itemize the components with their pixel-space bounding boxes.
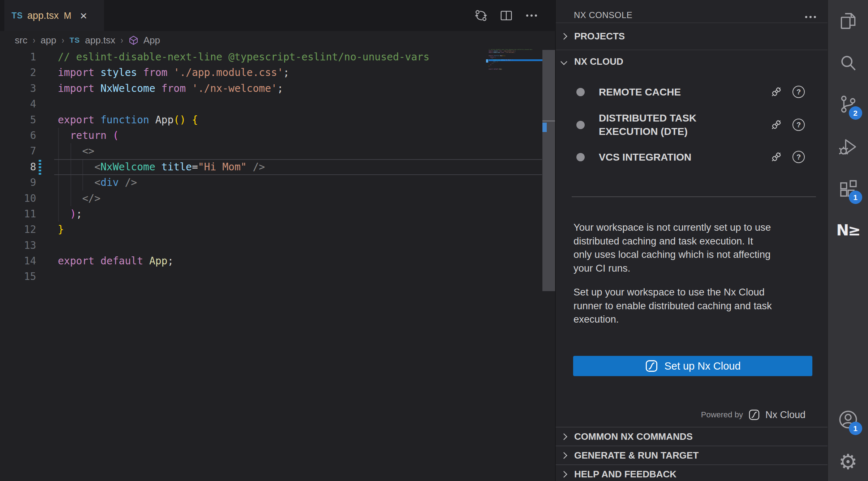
breadcrumb-separator-icon: › [33, 35, 35, 46]
nx-console-icon[interactable]: N≥ [835, 217, 861, 243]
scrollbar-divider [542, 120, 555, 122]
source-control-icon[interactable]: 2 [835, 91, 861, 117]
tab-bar: TS app.tsx M × [0, 0, 555, 31]
breadcrumb-src[interactable]: src [15, 35, 27, 46]
help-question-icon[interactable]: ? [792, 151, 805, 163]
line-number: 9 [0, 175, 36, 190]
breadcrumb-separator-icon: › [62, 35, 64, 46]
section-nx-cloud[interactable]: NX CLOUD [556, 50, 828, 73]
account-badge: 1 [849, 422, 862, 435]
setup-nx-cloud-button[interactable]: Set up Nx Cloud [573, 356, 812, 376]
section-generate-run-target[interactable]: GENERATE & RUN TARGET [556, 446, 828, 464]
line-number: 15 [0, 269, 36, 284]
split-editor-icon[interactable] [499, 9, 513, 22]
explorer-icon[interactable] [835, 8, 861, 34]
code-line[interactable]: 8 <NxWelcome title="Hi Mom" /> [0, 159, 542, 175]
section-label: PROJECTS [574, 31, 625, 42]
collapsed-sections: COMMON NX COMMANDSGENERATE & RUN TARGETH… [556, 427, 828, 481]
section-label: GENERATE & RUN TARGET [574, 450, 699, 461]
powered-by: Powered by Nx Cloud [701, 407, 805, 422]
code-line[interactable]: 7 <> [0, 143, 542, 159]
breadcrumb-separator-icon: › [121, 35, 123, 46]
line-number: 5 [0, 112, 36, 128]
vscode-window: TS app.tsx M × [0, 0, 868, 481]
code-line[interactable]: 12} [0, 222, 542, 237]
close-tab-icon[interactable]: × [80, 9, 87, 22]
source-control-badge: 2 [849, 106, 862, 120]
typescript-file-icon: TS [69, 36, 80, 44]
nx-cloud-item: VCS INTEGRATION? [556, 145, 828, 169]
section-projects[interactable]: PROJECTS [556, 22, 828, 50]
breadcrumb: src › app › TS app.tsx › App [0, 31, 542, 49]
code-editor[interactable]: 1// eslint-disable-next-line @typescript… [0, 49, 542, 481]
symbol-class-icon [129, 35, 138, 45]
nx-cloud-item-label: DISTRIBUTED TASK EXECUTION (DTE) [599, 111, 725, 138]
status-dot-icon [576, 121, 585, 129]
search-icon[interactable] [835, 51, 861, 76]
line-number: 10 [0, 191, 36, 206]
code-line[interactable]: 4 [0, 96, 542, 112]
nx-cloud-item: REMOTE CACHE? [556, 80, 828, 103]
line-number: 2 [0, 65, 36, 80]
code-line[interactable]: 9 <div /> [0, 175, 542, 190]
nx-cloud-brand-label: Nx Cloud [765, 409, 805, 421]
nx-cloud-icon [748, 409, 760, 421]
help-question-icon[interactable]: ? [792, 86, 805, 98]
status-dot-icon [576, 153, 585, 161]
code-line[interactable]: 10 </> [0, 191, 542, 206]
code-line[interactable]: 6 return ( [0, 128, 542, 143]
code-line[interactable]: 15 [0, 269, 542, 284]
nx-cloud-item: DISTRIBUTED TASK EXECUTION (DTE)? [556, 107, 828, 142]
extensions-icon[interactable]: 1 [835, 176, 861, 201]
git-modified-badge: M [64, 10, 71, 21]
nx-console-panel: NX CONSOLE PROJECTS NX CLOUD REMOTE CACH… [555, 0, 828, 481]
breadcrumb-file[interactable]: app.tsx [85, 35, 115, 46]
tab-filename: app.tsx [27, 10, 59, 21]
extensions-badge: 1 [849, 191, 862, 204]
nx-cloud-icon [645, 359, 658, 373]
help-question-icon[interactable]: ? [792, 119, 805, 131]
code-line[interactable]: 3import NxWelcome from './nx-welcome'; [0, 81, 542, 96]
code-line[interactable]: 5export function App() { [0, 112, 542, 128]
open-changes-icon[interactable] [474, 9, 488, 22]
minimap[interactable]: // eslint-disable-next-line @typescript-… [489, 49, 542, 72]
panel-more-actions-icon[interactable] [809, 13, 812, 20]
divider [572, 196, 816, 197]
section-common-nx-commands[interactable]: COMMON NX COMMANDS [556, 427, 828, 446]
connect-plug-icon[interactable] [770, 85, 783, 98]
overview-ruler-modified-mark [542, 123, 547, 132]
breadcrumb-symbol-app[interactable]: App [143, 35, 160, 46]
code-line[interactable]: 13 [0, 238, 542, 253]
run-debug-icon[interactable] [835, 134, 861, 159]
typescript-file-icon: TS [12, 11, 23, 21]
setup-button-label: Set up Nx Cloud [664, 360, 740, 372]
panel-title: NX CONSOLE [574, 10, 632, 20]
breadcrumb-app[interactable]: app [40, 35, 56, 46]
code-line[interactable]: 1// eslint-disable-next-line @typescript… [0, 49, 542, 65]
line-number: 3 [0, 81, 36, 96]
chevron-right-icon [560, 471, 567, 477]
workspace-status-text: Your workspace is not currently set up t… [573, 221, 823, 275]
code-line[interactable]: 14export default App; [0, 253, 542, 269]
line-number: 14 [0, 253, 36, 269]
tab-app-tsx[interactable]: TS app.tsx M × [4, 0, 104, 31]
activity-bar: 2 1 N≥ 1 ⚙ [828, 0, 868, 481]
line-number: 8 [0, 159, 36, 175]
editor-region: TS app.tsx M × [0, 0, 555, 481]
connect-plug-icon[interactable] [770, 118, 783, 131]
editor-scrollbar[interactable] [542, 50, 555, 291]
section-help-and-feedback[interactable]: HELP AND FEEDBACK [556, 464, 828, 481]
account-icon[interactable]: 1 [835, 407, 861, 432]
status-dot-icon [576, 88, 585, 96]
minimap-modified-marker [486, 59, 488, 63]
line-number: 6 [0, 128, 36, 143]
connect-plug-icon[interactable] [770, 150, 783, 163]
section-label: HELP AND FEEDBACK [574, 469, 676, 480]
code-line[interactable]: 11 ); [0, 206, 542, 222]
section-label: COMMON NX COMMANDS [574, 431, 693, 442]
line-number: 11 [0, 206, 36, 222]
line-number: 1 [0, 49, 36, 65]
more-actions-icon[interactable] [525, 9, 538, 22]
settings-gear-icon[interactable]: ⚙ [835, 449, 861, 474]
code-line[interactable]: 2import styles from './app.module.css'; [0, 65, 542, 80]
